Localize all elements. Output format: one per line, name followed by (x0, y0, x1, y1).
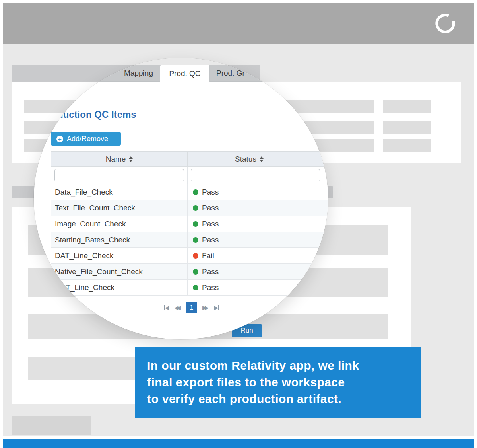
table-header-row: Name Status (51, 152, 328, 167)
status-text: Pass (202, 236, 219, 244)
add-remove-label: Add/Remove (67, 135, 108, 143)
plus-circle-icon: + (56, 136, 63, 142)
pager-current-page[interactable]: 1 (186, 302, 197, 313)
status-dot-pass (193, 285, 198, 290)
status-text: Pass (202, 220, 219, 228)
status-text: Fail (202, 251, 214, 260)
name-filter-input[interactable] (54, 169, 184, 181)
tab-prod-qc[interactable]: Prod. QC (160, 65, 210, 82)
header-bar (3, 3, 474, 44)
pager-prev-button[interactable]: ◀◀ (174, 304, 181, 311)
qc-items-table: Name Status Data_File_Check Pass Text_Fi… (51, 151, 328, 296)
column-header-status[interactable]: Status (187, 152, 328, 166)
tab-label: Mapping (124, 69, 153, 78)
add-remove-button[interactable]: + Add/Remove (51, 132, 121, 146)
status-text: Pass (202, 267, 219, 276)
pager-first-button[interactable]: ◀ (164, 305, 169, 310)
qc-item-name: Text_File_Count_Check (55, 204, 135, 212)
table-filter-row (51, 167, 328, 184)
status-dot-pass (193, 269, 198, 275)
status-text: Pass (202, 188, 219, 197)
table-row[interactable]: Starting_Bates_Check Pass (51, 232, 328, 248)
table-row[interactable]: DAT_Line_Check Fail (51, 248, 328, 264)
qc-item-name: Native_File_Count_Check (55, 267, 143, 276)
tab-label: Prod. Gr (216, 69, 245, 78)
column-label: Name (106, 155, 126, 164)
table-row[interactable]: Native_File_Count_Check Pass (51, 264, 328, 280)
caption-line: to verify each production artifact. (147, 391, 421, 407)
placeholder-bar (383, 100, 431, 113)
caption-line: In our custom Relativity app, we link (147, 357, 421, 374)
relativity-logo-icon (434, 12, 457, 35)
caption-line: final export files to the workspace (147, 374, 421, 391)
tab-label: Prod. QC (169, 69, 200, 78)
status-dot-pass (193, 221, 198, 227)
pager-next-button[interactable]: ▶▶ (202, 304, 209, 311)
table-row[interactable]: Text_File_Count_Check Pass (51, 200, 328, 216)
status-text: Pass (202, 204, 219, 212)
wireframe-footer-block (12, 416, 91, 435)
qc-item-name: Image_Count_Check (55, 220, 126, 228)
column-label: Status (235, 155, 256, 164)
qc-item-name: Starting_Bates_Check (55, 236, 130, 244)
table-row[interactable]: Image_Count_Check Pass (51, 216, 328, 232)
status-dot-pass (193, 237, 198, 243)
bottom-accent-strip (3, 439, 474, 448)
qc-item-name: DAT_Line_Check (55, 251, 114, 260)
status-dot-pass (193, 189, 198, 195)
sort-icon (129, 156, 133, 162)
placeholder-bar (383, 139, 431, 152)
table-row[interactable]: OPT_Line_Check Pass (51, 280, 328, 296)
status-dot-fail (193, 253, 198, 259)
status-text: Pass (202, 283, 219, 292)
status-filter-input[interactable] (191, 169, 320, 181)
column-header-name[interactable]: Name (51, 152, 187, 166)
status-dot-pass (193, 205, 198, 211)
caption-box: In our custom Relativity app, we link fi… (135, 347, 421, 418)
magnifier-circle: Mapping Prod. QC Prod. Gr Production QC … (34, 58, 328, 339)
qc-item-name: Data_File_Check (55, 188, 113, 197)
placeholder-bar (383, 121, 431, 134)
sort-icon (260, 156, 264, 162)
table-row[interactable]: Data_File_Check Pass (51, 184, 328, 200)
pager-last-button[interactable]: ▶ (214, 305, 219, 310)
